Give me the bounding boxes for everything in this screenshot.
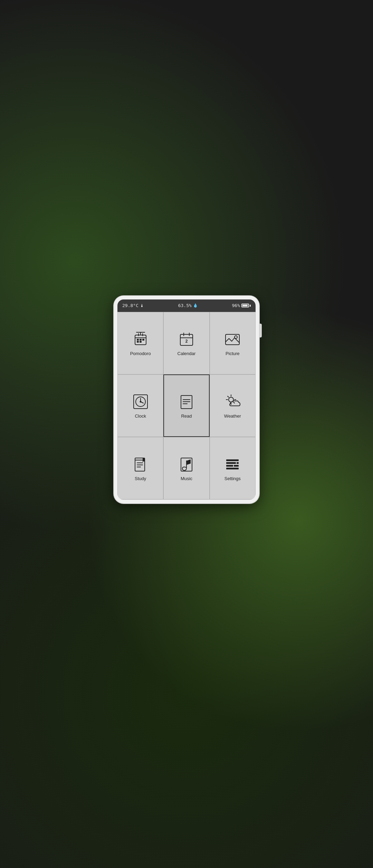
picture-icon: [223, 330, 241, 348]
read-icon: [178, 393, 195, 411]
app-music[interactable]: Music: [163, 437, 209, 499]
svg-point-16: [235, 336, 237, 338]
device-screen: 29.8°C 🌡 63.5% 💧 96%: [117, 299, 256, 500]
side-button[interactable]: [260, 324, 262, 337]
app-settings[interactable]: Settings: [210, 437, 256, 499]
svg-rect-40: [226, 462, 236, 464]
humidity-value: 63.5%: [178, 303, 192, 308]
thermometer-icon: 🌡: [140, 303, 144, 308]
svg-text:2: 2: [185, 339, 188, 344]
svg-rect-5: [137, 339, 138, 340]
clock-label: Clock: [135, 413, 146, 419]
music-label: Music: [181, 476, 192, 481]
battery-body: [241, 304, 249, 307]
svg-line-32: [233, 402, 235, 403]
svg-rect-44: [234, 465, 239, 467]
svg-rect-39: [226, 459, 239, 461]
battery-value: 96%: [232, 303, 240, 308]
app-read[interactable]: Read: [163, 374, 209, 437]
app-study[interactable]: Study: [117, 437, 163, 499]
settings-label: Settings: [224, 476, 241, 481]
svg-rect-41: [226, 465, 233, 467]
svg-rect-7: [143, 339, 144, 340]
app-grid: Pomodoro 2 Calendar: [117, 312, 256, 500]
svg-rect-42: [226, 468, 239, 469]
app-pomodoro[interactable]: Pomodoro: [117, 312, 163, 374]
pomodoro-label: Pomodoro: [130, 351, 151, 356]
study-label: Study: [135, 476, 146, 481]
app-picture[interactable]: Picture: [210, 312, 256, 374]
battery-display: 96%: [232, 303, 251, 308]
temperature-display: 29.8°C 🌡: [122, 303, 144, 308]
svg-rect-8: [137, 341, 138, 342]
svg-rect-43: [237, 462, 239, 464]
music-icon: [178, 455, 195, 473]
read-label: Read: [181, 413, 192, 419]
calendar-icon: 2: [178, 330, 195, 348]
battery-tip: [250, 305, 251, 307]
app-calendar[interactable]: 2 Calendar: [163, 312, 209, 374]
weather-label: Weather: [224, 413, 241, 419]
battery-fill: [242, 305, 248, 306]
device: 29.8°C 🌡 63.5% 💧 96%: [114, 296, 259, 503]
study-icon: [132, 455, 150, 473]
clock-icon: [132, 393, 150, 411]
humidity-display: 63.5% 💧: [178, 303, 198, 308]
status-bar: 29.8°C 🌡 63.5% 💧 96%: [117, 299, 256, 312]
temperature-value: 29.8°C: [122, 303, 138, 308]
svg-rect-6: [140, 339, 141, 340]
svg-rect-9: [140, 341, 141, 342]
svg-line-31: [228, 396, 229, 397]
pomodoro-icon: [132, 330, 150, 348]
settings-icon: [223, 455, 241, 473]
calendar-label: Calendar: [178, 351, 196, 356]
svg-point-21: [140, 401, 141, 402]
picture-label: Picture: [226, 351, 239, 356]
weather-icon: [223, 393, 241, 411]
humidity-icon: 💧: [193, 303, 198, 308]
battery-icon: [241, 304, 251, 307]
app-clock[interactable]: Clock: [117, 374, 163, 437]
app-weather[interactable]: Weather: [210, 374, 256, 437]
